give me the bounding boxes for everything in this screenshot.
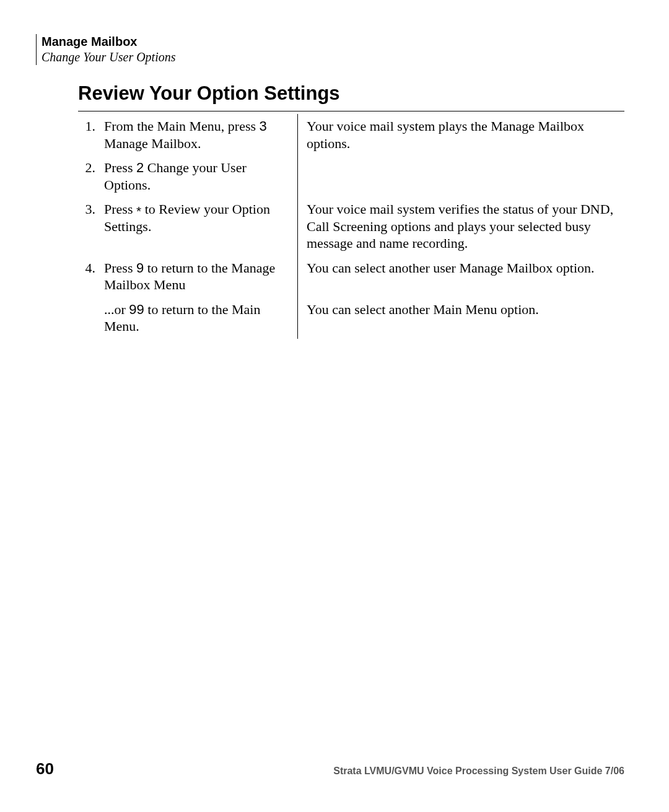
step-instruction: Press 2 Change your User Options. (104, 159, 282, 193)
key-digit: 2 (136, 160, 144, 175)
text: Press (104, 260, 136, 276)
step-result: You can select another user Manage Mailb… (307, 260, 624, 277)
step-instruction: Press 9 to return to the Manage Mailbox … (104, 260, 282, 294)
step-row: 1. From the Main Menu, press 3 Manage Ma… (78, 114, 624, 155)
divider (78, 111, 624, 111)
section-heading: Review Your Option Settings (78, 82, 624, 105)
footer-text: Strata LVMU/GVMU Voice Processing System… (333, 766, 624, 777)
key-digit: 99 (129, 302, 144, 317)
step-number: 4. (78, 260, 104, 294)
step-row: 4. Press 9 to return to the Manage Mailb… (78, 256, 624, 297)
page-footer: 60 Strata LVMU/GVMU Voice Processing Sys… (36, 759, 624, 779)
key-digit: 9 (136, 260, 144, 276)
step-result: You can select another Main Menu option. (307, 301, 624, 318)
step-number: 3. (78, 201, 104, 252)
step-row: 2. Press 2 Change your User Options. (78, 155, 624, 197)
steps-table: 1. From the Main Menu, press 3 Manage Ma… (78, 114, 624, 339)
header-subtitle: Change Your User Options (42, 49, 624, 65)
step-row: 3. Press * to Review your Option Setting… (78, 197, 624, 256)
step-result: Your voice mail system verifies the stat… (307, 201, 624, 252)
step-instruction: ...or 99 to return to the Main Menu. (104, 301, 282, 335)
step-number: 2. (78, 159, 104, 193)
step-row: . ...or 99 to return to the Main Menu. Y… (78, 297, 624, 339)
key-star: * (136, 204, 141, 218)
running-header: Manage Mailbox Change Your User Options (36, 34, 624, 65)
step-instruction: From the Main Menu, press 3 Manage Mailb… (104, 118, 282, 152)
step-number: 1. (78, 118, 104, 152)
page-number: 60 (36, 759, 54, 779)
step-result: Your voice mail system plays the Manage … (307, 118, 624, 152)
header-title: Manage Mailbox (42, 34, 624, 49)
step-instruction: Press * to Review your Option Settings. (104, 201, 282, 252)
text: Manage Mailbox. (104, 136, 201, 151)
text: Press (104, 201, 136, 217)
text: From the Main Menu, press (104, 118, 260, 134)
text: Press (104, 160, 136, 175)
text: ...or (104, 302, 129, 317)
key-digit: 3 (260, 118, 267, 134)
document-page: Manage Mailbox Change Your User Options … (0, 0, 669, 812)
